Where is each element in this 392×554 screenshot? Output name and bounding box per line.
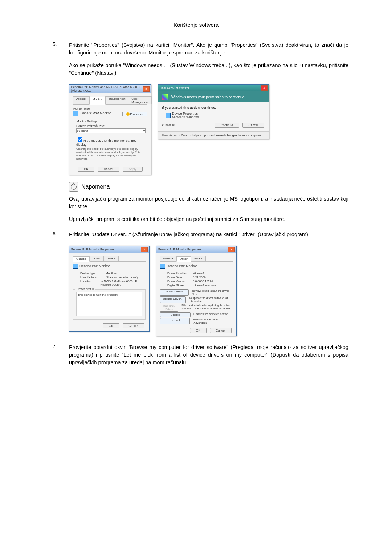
loc-value: on NVIDIA GeForce 6600 LE (Microsoft Cor… <box>100 280 146 286</box>
monitor-settings-label: Monitor Settings <box>75 120 99 123</box>
uac-item: Device Properties <box>172 112 200 115</box>
refresh-label: Screen refresh rate: <box>76 124 144 128</box>
devtype-label: Device type: <box>80 272 106 275</box>
device-name: Generic PnP Monitor <box>79 264 110 268</box>
signer-label: Digital Signer: <box>167 284 193 287</box>
disable-desc: Disables the selected device. <box>193 312 229 317</box>
device-status-label: Device status <box>75 287 95 291</box>
tab-general[interactable]: General <box>73 256 90 262</box>
tab-general[interactable]: General <box>160 256 177 261</box>
device-name: Generic PnP Monitor <box>167 264 197 268</box>
ok-button[interactable]: OK <box>190 328 207 333</box>
rollback-driver-button[interactable]: Roll Back Driver <box>160 304 178 312</box>
provider-label: Driver Provider: <box>167 272 193 275</box>
refresh-select[interactable]: 60 Hertz ▾ <box>76 128 146 133</box>
tab-troubleshoot[interactable]: Troubleshoot <box>105 96 128 104</box>
disable-button[interactable]: Disable <box>160 312 191 317</box>
details-link[interactable]: Details <box>165 123 175 127</box>
close-icon[interactable]: × <box>143 86 150 92</box>
uac-started: If you started this action, continue. <box>162 106 265 110</box>
step5-text2: Ako se prikaže poruka "Windows needs..."… <box>69 62 348 77</box>
uac-title: User Account Control <box>160 86 189 90</box>
update-driver-desc: To update the driver software for this d… <box>189 296 233 303</box>
uac-message: Windows needs your permission to contion… <box>171 95 245 99</box>
uac-window: User Account Control× Windows needs your… <box>158 84 269 139</box>
driver-details-button[interactable]: Driver Details <box>160 289 189 296</box>
tab-driver[interactable]: Driver <box>176 256 191 262</box>
note-icon <box>69 182 78 192</box>
note-title: Napomena <box>81 184 110 190</box>
update-driver-button[interactable]: Update Driver... <box>160 296 186 303</box>
window-title: Generic PnP Monitor Properties <box>71 247 114 251</box>
step5-text1: Pritisnite "Properties" (Svojstva) na ka… <box>69 41 348 57</box>
monitor-icon <box>160 264 165 269</box>
device-status-box: This device is working properly. <box>76 292 142 316</box>
hide-modes-checkbox[interactable] <box>78 137 82 142</box>
monitor-icon <box>73 111 78 116</box>
driver-version-label: Driver Version: <box>167 280 193 283</box>
tab-color-management[interactable]: Color Management <box>128 96 152 104</box>
uninstall-desc: To uninstall the driver (Advanced). <box>193 318 233 324</box>
uninstall-button[interactable]: Uninstall <box>160 318 190 324</box>
step6-text: Pritisnite "Update Driver..." (Ažuriranj… <box>69 231 348 238</box>
properties-button[interactable]: Properties <box>122 112 147 116</box>
tab-driver[interactable]: Driver <box>89 256 103 261</box>
step-number: 6. <box>53 231 57 237</box>
note-p1: Ovaj upravljački program za monitor posj… <box>69 195 348 210</box>
footer-divider <box>44 525 348 525</box>
cancel-button[interactable]: Cancel <box>210 328 232 333</box>
signer-value: microsoft windows <box>193 284 216 287</box>
shield-icon <box>162 94 168 100</box>
tab-monitor[interactable]: Monitor <box>89 97 106 105</box>
monitor-type-label: Monitor Type <box>73 107 147 110</box>
hide-modes-label: Hide modes that this monitor cannot disp… <box>76 139 136 147</box>
step-number: 7. <box>53 344 57 349</box>
driver-tab-window: Generic PnP Monitor Properties× General … <box>156 246 237 336</box>
driver-details-desc: To view details about the driver files. <box>192 289 233 296</box>
uac-footer: User Account Control helps stop unauthor… <box>158 131 269 139</box>
note-p2: Upravljački program s certifikatom bit ć… <box>69 216 348 223</box>
monitor-icon <box>166 113 171 118</box>
close-icon[interactable]: × <box>228 247 235 252</box>
step7-text: Provjerite potvrdni okvir "Browse my com… <box>69 344 348 366</box>
close-icon[interactable]: × <box>141 247 148 252</box>
tab-details[interactable]: Details <box>191 256 206 261</box>
loc-label: Location: <box>80 280 100 286</box>
cancel-button[interactable]: Cancel <box>242 123 264 128</box>
page-title: Korištenje softvera <box>44 22 348 30</box>
provider-value: Microsoft <box>193 272 204 275</box>
cancel-button[interactable]: Cancel <box>123 323 144 328</box>
tab-adapter[interactable]: Adapter <box>73 96 90 104</box>
driver-date-label: Driver Date: <box>167 276 193 279</box>
ok-button[interactable]: OK <box>103 323 119 328</box>
mfr-label: Manufacturer: <box>80 276 106 279</box>
devtype-value: Monitors <box>106 272 117 275</box>
uac-item-sub: Microsoft Windows <box>172 115 200 119</box>
mfr-value: (Standard monitor types) <box>106 276 138 279</box>
driver-version-value: 6.0.6000.16386 <box>193 280 213 283</box>
monitor-properties-window: Generic PnP Monitor and NVIDIA GeForce 6… <box>69 84 151 175</box>
monitor-name-text: Generic PnP Monitor <box>81 111 111 115</box>
window-title: Generic PnP Monitor and NVIDIA GeForce 6… <box>71 85 143 93</box>
hide-modes-help: Clearing this check box allows you to se… <box>76 147 144 160</box>
tab-details[interactable]: Details <box>103 256 119 261</box>
continue-button[interactable]: Continue <box>215 123 239 128</box>
cancel-button[interactable]: Cancel <box>98 167 119 172</box>
monitor-icon <box>73 264 78 269</box>
window-title: Generic PnP Monitor Properties <box>158 247 201 251</box>
ok-button[interactable]: OK <box>78 167 94 172</box>
rollback-driver-desc: If the device fails after updating the d… <box>181 304 233 312</box>
driver-date-value: 6/21/2006 <box>193 276 206 279</box>
shield-mini-icon <box>126 112 130 116</box>
step-number: 5. <box>53 41 57 47</box>
close-icon[interactable]: × <box>261 85 268 91</box>
apply-button[interactable]: Apply <box>123 167 143 172</box>
driver-general-window: Generic PnP Monitor Properties× General … <box>69 246 150 332</box>
